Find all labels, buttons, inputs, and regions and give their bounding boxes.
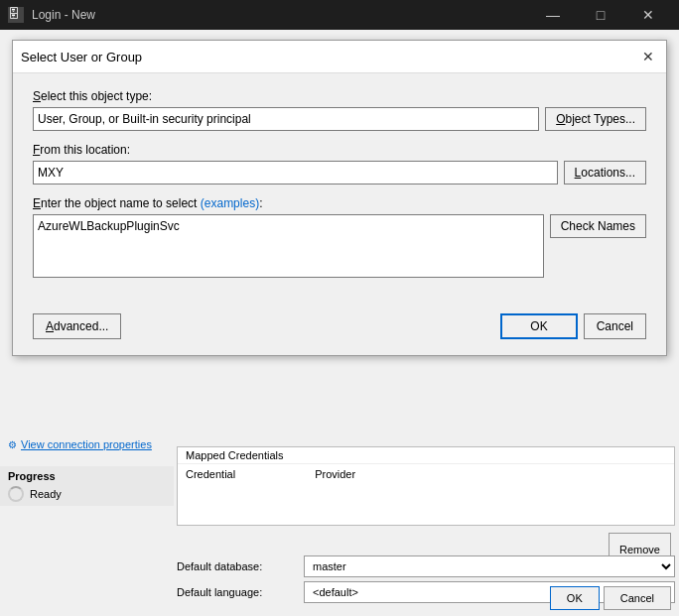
dialog-ok-button[interactable]: OK [500,313,577,339]
connection-props-icon: ⚙ [8,439,17,450]
examples-link[interactable]: (examples) [201,196,259,210]
credential-column-header: Credential [186,468,235,480]
location-label: From this location: [33,143,646,157]
dialog-close-button[interactable]: ✕ [638,47,658,66]
object-type-row: Object Types... [33,107,646,131]
default-language-label: Default language: [177,586,296,598]
location-group: From this location: Locations... [33,143,646,185]
location-row: Locations... [33,161,646,185]
mapped-credentials-title: Mapped Credentials [186,449,283,461]
dialog-title: Select User or Group [21,50,142,64]
default-database-select[interactable]: master [304,555,675,577]
progress-spinner [8,486,24,502]
dialog-titlebar: Select User or Group ✕ [13,41,666,73]
bottom-ok-button[interactable]: OK [550,586,600,610]
bottom-cancel-button[interactable]: Cancel [604,586,671,610]
default-database-row: Default database: master [177,555,675,577]
progress-item: Ready [8,486,166,502]
view-connection-properties-link[interactable]: View connection properties [21,438,152,450]
location-input[interactable] [33,161,558,185]
object-name-textarea[interactable]: AzureWLBackupPluginSvc [33,214,544,278]
object-type-label: Select this object type: [33,89,646,103]
bg-close-button[interactable]: ✕ [625,0,671,30]
bg-window-icon: 🗄 [8,7,24,23]
object-types-button[interactable]: Object Types... [545,107,646,131]
dialog-body: Select this object type: Object Types...… [13,73,666,306]
bg-window-title: Login - New [32,8,522,22]
provider-column-header: Provider [315,468,355,480]
progress-area: Progress Ready [0,466,174,506]
bg-minimize-button[interactable]: — [530,0,576,30]
object-name-group: Enter the object name to select (example… [33,196,646,278]
bottom-buttons-area: OK Cancel [550,586,671,610]
object-name-label: Enter the object name to select (example… [33,196,646,210]
bg-maximize-button[interactable]: □ [578,0,623,30]
mapped-credentials-columns: Credential Provider [178,464,674,484]
mapped-credentials-panel: Mapped Credentials Credential Provider [177,446,675,526]
progress-label: Progress [8,470,166,482]
mapped-credentials-header: Mapped Credentials [178,447,674,464]
progress-status: Ready [30,488,62,500]
check-names-button[interactable]: Check Names [550,214,646,238]
dialog-cancel-button[interactable]: Cancel [584,313,646,339]
select-user-group-dialog: Select User or Group ✕ Select this objec… [12,40,667,356]
bg-titlebar: 🗄 Login - New — □ ✕ [0,0,679,30]
bg-titlebar-controls: — □ ✕ [530,0,671,30]
advanced-button[interactable]: Advanced... [33,313,121,339]
locations-button[interactable]: Locations... [564,161,646,185]
object-name-row: AzureWLBackupPluginSvc Check Names [33,214,646,278]
dialog-footer: Advanced... OK Cancel [13,306,666,355]
default-database-label: Default database: [177,560,296,572]
object-type-group: Select this object type: Object Types... [33,89,646,131]
object-type-input[interactable] [33,107,539,131]
